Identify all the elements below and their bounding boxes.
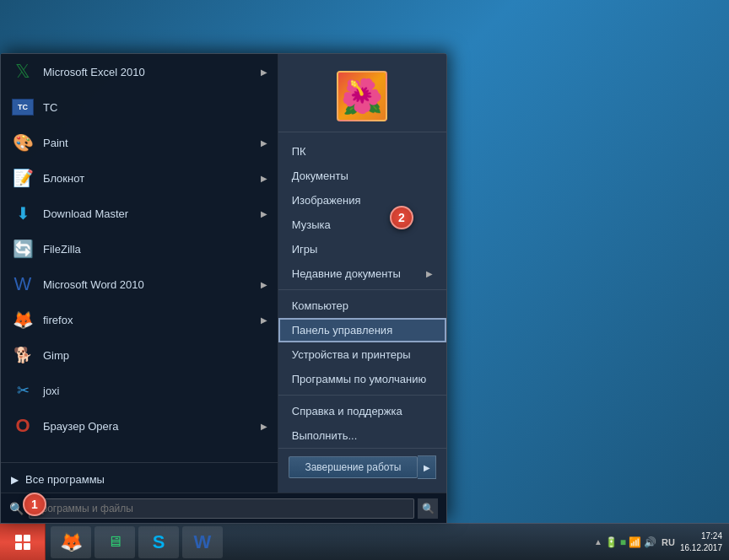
right-menu-games[interactable]: Игры xyxy=(278,237,446,261)
shutdown-button[interactable]: Завершение работы xyxy=(289,456,418,478)
app-label-notepad: Блокнот xyxy=(43,172,261,185)
right-panel-divider-1 xyxy=(278,289,446,290)
filezilla-icon: 🔄 xyxy=(11,237,35,261)
right-menu-defaults[interactable]: Программы по умолчанию xyxy=(278,367,446,391)
taskbar-clock[interactable]: 17:24 16.12.2017 xyxy=(680,530,722,554)
notify-icon-3: 📶 xyxy=(629,536,641,548)
all-programs-arrow-icon: ▶ xyxy=(11,474,19,486)
badge-1: 1 xyxy=(23,493,46,516)
svg-rect-1 xyxy=(24,535,30,541)
joxi-icon: ✂ xyxy=(11,379,35,402)
app-item-notepad[interactable]: 📝 Блокнот ▶ xyxy=(1,160,278,196)
svg-rect-2 xyxy=(15,543,22,550)
paint-icon: 🎨 xyxy=(11,131,35,154)
user-avatar-area: 🌺 xyxy=(278,61,446,132)
right-menu-help[interactable]: Справка и поддержка xyxy=(278,399,446,423)
app-label-excel: Microsoft Excel 2010 xyxy=(43,66,261,78)
tc-icon: TC xyxy=(11,95,35,119)
app-label-paint: Paint xyxy=(43,137,261,149)
avatar[interactable]: 🌺 xyxy=(337,71,387,121)
badge-2: 2 xyxy=(390,206,413,229)
notify-expand-icon[interactable]: ▲ xyxy=(594,537,602,547)
app-arrow-dlmaster: ▶ xyxy=(261,209,267,218)
right-panel-divider-2 xyxy=(278,395,446,396)
app-label-firefox: firefox xyxy=(43,314,261,326)
dlmaster-icon: ⬇ xyxy=(11,202,35,225)
search-submit-button[interactable]: 🔍 xyxy=(418,498,438,519)
apps-divider xyxy=(1,462,278,463)
taskbar-date: 16.12.2017 xyxy=(680,542,722,554)
notify-icon-1: 🔋 xyxy=(605,536,618,548)
app-label-joxi: joxi xyxy=(43,385,267,397)
search-bar: 🔍 🔍 xyxy=(1,493,446,523)
taskbar-skype-icon: S xyxy=(153,531,165,553)
svg-rect-0 xyxy=(15,535,22,541)
shutdown-bar: Завершение работы ▶ xyxy=(278,448,446,486)
app-label-dlmaster: Download Master xyxy=(43,207,261,220)
app-item-opera[interactable]: O Браузер Opera ▶ xyxy=(1,408,278,444)
shutdown-arrow-button[interactable]: ▶ xyxy=(418,455,436,479)
right-menu-music[interactable]: Музыка xyxy=(278,213,446,237)
start-button[interactable] xyxy=(0,524,46,561)
app-item-firefox[interactable]: 🦊 firefox ▶ xyxy=(1,302,278,337)
app-arrow-firefox: ▶ xyxy=(261,315,267,325)
right-panel: 🌺 ПК Документы Изображения Музыка Игры xyxy=(278,54,446,493)
windows-logo-icon xyxy=(14,534,31,551)
app-label-filezilla: FileZilla xyxy=(43,243,267,256)
taskbar-right: ▲ 🔋 ■ 📶 🔊 RU 17:24 16.12.2017 xyxy=(587,530,729,554)
recent-arrow-icon: ▶ xyxy=(426,269,433,278)
taskbar: 🦊 🖥 S W ▲ 🔋 ■ 📶 🔊 RU 17:24 xyxy=(0,523,729,560)
app-item-tc[interactable]: TC TC xyxy=(1,89,278,125)
app-item-word[interactable]: W Microsoft Word 2010 ▶ xyxy=(1,267,278,302)
all-programs-item[interactable]: ▶ Все программы xyxy=(1,466,278,493)
notify-icon-2: ■ xyxy=(620,536,626,548)
start-menu-body: 𝕏 Microsoft Excel 2010 ▶ TC TC 🎨 xyxy=(1,54,446,493)
search-input[interactable] xyxy=(29,498,414,519)
taskbar-app-monitor[interactable]: 🖥 xyxy=(94,526,135,558)
search-label-icon: 🔍 xyxy=(9,502,24,515)
app-arrow-word: ▶ xyxy=(261,280,267,289)
start-menu: 𝕏 Microsoft Excel 2010 ▶ TC TC 🎨 xyxy=(0,53,447,523)
taskbar-app-word[interactable]: W xyxy=(182,526,223,558)
app-item-excel[interactable]: 𝕏 Microsoft Excel 2010 ▶ xyxy=(1,54,278,89)
taskbar-app-firefox[interactable]: 🦊 xyxy=(51,526,91,558)
right-menu-images[interactable]: Изображения xyxy=(278,188,446,213)
taskbar-firefox-icon: 🦊 xyxy=(60,531,83,553)
excel-icon: 𝕏 xyxy=(11,60,35,83)
right-menu-control[interactable]: Панель управления xyxy=(278,318,446,342)
app-label-opera: Браузер Opera xyxy=(43,420,261,433)
right-menu-docs[interactable]: Документы xyxy=(278,164,446,188)
taskbar-app-skype[interactable]: S xyxy=(138,526,179,558)
app-item-gimp[interactable]: 🐕 Gimp xyxy=(1,337,278,373)
taskbar-word-icon: W xyxy=(194,531,212,553)
app-arrow-paint: ▶ xyxy=(261,138,267,148)
right-menu-devices[interactable]: Устройства и принтеры xyxy=(278,342,446,367)
notify-icon-4: 🔊 xyxy=(644,536,656,548)
app-item-filezilla[interactable]: 🔄 FileZilla xyxy=(1,231,278,267)
app-item-joxi[interactable]: ✂ joxi xyxy=(1,373,278,408)
gimp-icon: 🐕 xyxy=(11,343,35,367)
svg-rect-3 xyxy=(24,543,30,550)
app-label-tc: TC xyxy=(43,101,267,114)
taskbar-time: 17:24 xyxy=(680,530,722,542)
app-item-dlmaster[interactable]: ⬇ Download Master ▶ xyxy=(1,196,278,231)
word-icon: W xyxy=(11,272,35,296)
taskbar-apps: 🦊 🖥 S W xyxy=(46,524,587,560)
all-programs-label: Все программы xyxy=(25,473,105,486)
app-arrow-opera: ▶ xyxy=(261,422,267,431)
right-menu-recent[interactable]: Недавние документы ▶ xyxy=(278,261,446,286)
app-item-paint[interactable]: 🎨 Paint ▶ xyxy=(1,125,278,160)
right-menu-pk[interactable]: ПК xyxy=(278,139,446,164)
app-label-word: Microsoft Word 2010 xyxy=(43,278,261,291)
taskbar-lang[interactable]: RU xyxy=(662,537,675,547)
opera-icon: O xyxy=(11,414,35,438)
firefox-icon: 🦊 xyxy=(11,308,35,331)
right-menu-run[interactable]: Выполнить... xyxy=(278,423,446,448)
right-menu-computer[interactable]: Компьютер xyxy=(278,293,446,318)
app-arrow-notepad: ▶ xyxy=(261,174,267,183)
app-arrow-excel: ▶ xyxy=(261,67,267,77)
app-label-gimp: Gimp xyxy=(43,349,267,362)
taskbar-monitor-icon: 🖥 xyxy=(107,533,122,551)
notepad-icon: 📝 xyxy=(11,166,35,190)
taskbar-notify-area: ▲ 🔋 ■ 📶 🔊 xyxy=(594,536,656,548)
